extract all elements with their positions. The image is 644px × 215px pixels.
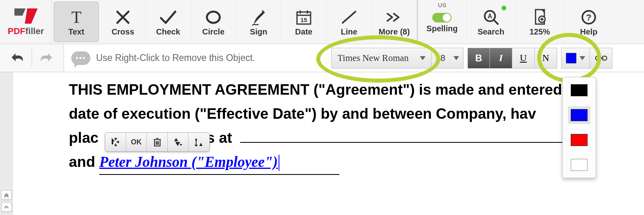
object-edit-toolbar: OK <box>105 132 210 152</box>
underline-button[interactable]: U <box>512 48 535 69</box>
chat-bubble-icon: ••• <box>71 51 90 65</box>
delete-button[interactable] <box>147 133 168 151</box>
logo-mark-icon <box>14 8 38 24</box>
doc-line-2: date of execution ("Effective Date") by … <box>69 102 644 126</box>
tool-zoom[interactable]: 125% <box>516 0 564 44</box>
cross-icon <box>115 7 131 27</box>
font-group: Times New Roman 18 <box>331 44 463 72</box>
scroll-up-button[interactable] <box>1 202 12 212</box>
tool-sign-label: Sign <box>250 27 267 37</box>
tool-spelling[interactable]: US Spelling <box>418 0 467 44</box>
tool-spelling-label: Spelling <box>427 24 458 33</box>
date-icon: 15 <box>295 7 312 27</box>
tool-cross-label: Cross <box>112 27 134 37</box>
zoom-icon <box>532 7 548 27</box>
sign-icon <box>251 7 267 27</box>
font-family-value: Times New Roman <box>337 53 409 63</box>
font-family-select[interactable]: Times New Roman <box>331 48 431 69</box>
hint-text: Use Right-Click to Remove this Object. <box>96 53 255 63</box>
undo-button[interactable] <box>11 53 24 64</box>
normal-style-button[interactable]: N <box>535 48 557 69</box>
color-option-blue[interactable] <box>568 106 590 124</box>
color-option-white[interactable] <box>568 156 590 174</box>
color-option-red[interactable] <box>568 131 590 149</box>
link-icon <box>595 54 607 62</box>
employee-field[interactable]: Peter Johnson ("Employee") <box>99 150 339 175</box>
check-icon <box>159 7 177 27</box>
svg-text:?: ? <box>586 12 591 22</box>
left-margin <box>13 72 69 215</box>
dropdown-icon <box>580 56 585 60</box>
circle-icon <box>205 7 221 27</box>
tool-line[interactable]: Line <box>327 0 372 44</box>
ok-button[interactable]: OK <box>126 133 147 151</box>
svg-text:T: T <box>71 8 82 26</box>
increase-size-button[interactable] <box>168 133 189 151</box>
color-option-black[interactable] <box>568 81 590 99</box>
dropdown-icon <box>420 56 425 60</box>
help-icon: ? <box>581 7 597 27</box>
toggle-icon <box>432 10 451 24</box>
bold-button[interactable]: B <box>467 48 490 69</box>
tool-date[interactable]: 15 Date <box>281 0 327 44</box>
font-size-value: 18 <box>435 53 445 63</box>
more-icon <box>385 7 403 27</box>
move-handle-button[interactable] <box>105 133 126 151</box>
doc-line-1: THIS EMPLOYMENT AGREEMENT ("Agreement") … <box>69 78 644 102</box>
tool-text[interactable]: T Text <box>54 2 99 42</box>
employee-field-text: Peter Johnson ("Employee") <box>99 154 278 170</box>
svg-marker-0 <box>14 8 26 16</box>
tool-line-label: Line <box>341 27 357 37</box>
svg-line-9 <box>343 12 355 23</box>
svg-marker-1 <box>25 8 38 24</box>
text-color-button[interactable] <box>561 48 590 69</box>
tool-text-label: Text <box>68 27 84 37</box>
svg-text:A: A <box>488 13 492 20</box>
vertical-scroll-nav <box>0 72 13 215</box>
link-button[interactable] <box>590 48 612 69</box>
style-group: B I U N <box>467 44 557 72</box>
tool-search-label: Search <box>477 27 504 37</box>
tool-sign[interactable]: Sign <box>236 0 281 44</box>
trash-icon <box>153 137 162 147</box>
tool-more[interactable]: More (8) <box>372 0 417 44</box>
redo-button[interactable] <box>39 53 53 64</box>
svg-text:15: 15 <box>301 16 307 23</box>
tool-date-label: Date <box>295 27 312 37</box>
blank-field-1[interactable] <box>240 140 568 143</box>
tool-check[interactable]: Check <box>146 0 191 44</box>
notification-dot-icon <box>502 6 506 10</box>
format-toolbar: ••• Use Right-Click to Remove this Objec… <box>0 44 644 72</box>
tool-cross[interactable]: Cross <box>100 0 146 44</box>
undo-redo-group <box>0 44 64 72</box>
tool-help-label: Help <box>580 27 597 37</box>
separator <box>32 49 32 67</box>
spelling-lang-tag: US <box>438 2 446 8</box>
decrease-size-button[interactable] <box>189 133 209 151</box>
move-arrows-icon <box>111 137 120 147</box>
tool-check-label: Check <box>156 27 180 37</box>
dropdown-icon <box>453 56 459 60</box>
svg-line-12 <box>494 20 498 24</box>
tool-zoom-label: 125% <box>530 27 550 37</box>
color-swatch-icon <box>566 53 576 63</box>
scroll-top-button[interactable] <box>1 190 12 200</box>
color-link-group <box>561 44 612 72</box>
tool-help[interactable]: ? Help <box>564 0 613 44</box>
main-toolbar: PDFfiller T Text Cross Check Circle Sign <box>0 0 644 44</box>
color-picker-popup <box>562 77 596 178</box>
tool-search[interactable]: A Search <box>467 0 516 44</box>
font-size-select[interactable]: 18 <box>431 48 463 69</box>
tool-circle[interactable]: Circle <box>191 0 236 44</box>
search-icon: A <box>483 7 500 27</box>
italic-button[interactable]: I <box>490 48 512 69</box>
increase-size-icon <box>173 137 183 147</box>
document-area: THIS EMPLOYMENT AGREEMENT ("Agreement") … <box>0 72 644 215</box>
logo-text: PDFfiller <box>8 26 44 37</box>
doc-line-4: and Peter Johnson ("Employee") <box>69 150 644 175</box>
tool-circle-label: Circle <box>202 27 225 37</box>
decrease-size-icon <box>194 137 204 147</box>
hint-message: ••• Use Right-Click to Remove this Objec… <box>64 51 328 65</box>
tool-more-label: More (8) <box>379 27 410 37</box>
app-logo: PDFfiller <box>0 0 52 44</box>
